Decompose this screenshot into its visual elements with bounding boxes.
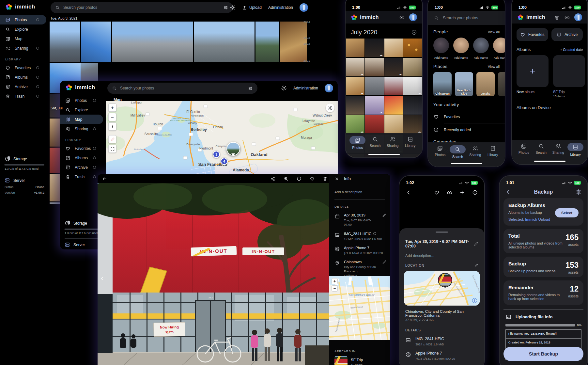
- search-input[interactable]: Search your photos: [107, 83, 257, 94]
- person[interactable]: Add name: [453, 38, 469, 59]
- sidebar-item-trash[interactable]: Trash: [0, 91, 46, 101]
- place-card[interactable]: Omaha: [476, 72, 495, 96]
- map-settings-button[interactable]: [326, 103, 334, 112]
- map-zoom-out-button[interactable]: −: [332, 285, 338, 292]
- nav-photos[interactable]: Photos: [431, 145, 449, 159]
- photo-thumbnail[interactable]: [365, 96, 384, 115]
- settings-gear-icon[interactable]: [576, 189, 581, 195]
- cloud-sync-icon[interactable]: [399, 15, 405, 20]
- favorites-row[interactable]: Favorites: [428, 110, 505, 123]
- cloud-upload-icon[interactable]: [447, 190, 452, 195]
- back-button[interactable]: [102, 176, 107, 181]
- photo-map-marker[interactable]: [438, 273, 452, 287]
- photo-thumbnail[interactable]: [403, 77, 422, 96]
- album-tile[interactable]: SF Trip 15 items: [553, 55, 585, 98]
- person[interactable]: Add name: [493, 38, 505, 59]
- sidebar-item-albums[interactable]: Albums: [0, 72, 46, 82]
- photo-thumbnail[interactable]: [112, 22, 193, 62]
- nav-sharing[interactable]: Sharing: [467, 145, 484, 159]
- photo-thumbnail[interactable]: [50, 22, 80, 62]
- archive-button[interactable]: Archive: [551, 28, 583, 41]
- nav-library[interactable]: Library: [484, 145, 502, 159]
- map-zoom-out-button[interactable]: −: [108, 113, 116, 121]
- photo-thumbnail[interactable]: [384, 58, 403, 76]
- nav-library[interactable]: Library: [567, 143, 584, 156]
- map-zoom-in-button[interactable]: +: [108, 103, 116, 112]
- new-album-tile[interactable]: New album: [517, 55, 549, 98]
- search-filter-icon[interactable]: [223, 5, 228, 10]
- sidebar-item-sharing[interactable]: Sharing: [60, 124, 103, 134]
- trash-icon[interactable]: [323, 176, 328, 181]
- upload-button[interactable]: Upload: [242, 5, 262, 10]
- description-input[interactable]: Add description...: [399, 248, 484, 258]
- info-icon[interactable]: [472, 190, 478, 195]
- sidebar-item-map[interactable]: Map: [0, 34, 46, 43]
- photo-thumbnail[interactable]: [403, 96, 422, 115]
- edit-location-icon[interactable]: [382, 260, 386, 264]
- place-card[interactable]: Chinatown: [433, 72, 452, 96]
- avatar[interactable]: [300, 3, 308, 12]
- nav-sharing[interactable]: Sharing: [384, 136, 402, 150]
- map-zoom-in-button[interactable]: +: [332, 278, 338, 284]
- photo-thumbnail[interactable]: [403, 115, 422, 134]
- edit-date-icon[interactable]: [382, 213, 386, 217]
- search-filter-icon[interactable]: [248, 86, 253, 91]
- photo-thumbnail[interactable]: [365, 58, 384, 76]
- nav-sharing[interactable]: Sharing: [550, 143, 567, 156]
- select-all-icon[interactable]: [411, 29, 417, 35]
- sidebar-item-photos[interactable]: Photos: [0, 15, 46, 24]
- theme-toggle-icon[interactable]: [230, 5, 236, 10]
- start-backup-button[interactable]: Start Backup: [503, 347, 583, 361]
- photo-thumbnail[interactable]: [346, 115, 364, 134]
- recently-added-row[interactable]: Recently added: [428, 123, 505, 136]
- nav-photos[interactable]: Photos: [515, 143, 533, 156]
- sidebar-item-explore[interactable]: Explore: [60, 105, 103, 115]
- share-icon[interactable]: [271, 176, 275, 181]
- description-input[interactable]: Add a description: [329, 190, 390, 194]
- map-attribution-icon[interactable]: i: [472, 298, 477, 303]
- search-input[interactable]: Search your photos: [51, 2, 233, 13]
- map-draw-button[interactable]: [108, 135, 116, 143]
- place-card[interactable]: Near North Side: [455, 72, 473, 96]
- sidebar-item-archive[interactable]: Archive: [60, 163, 103, 172]
- edit-location-icon[interactable]: [474, 263, 478, 268]
- photo-thumbnail[interactable]: [384, 115, 403, 134]
- close-icon[interactable]: [334, 177, 339, 181]
- photo-thumbnail[interactable]: [365, 39, 384, 57]
- photo-viewer[interactable]: IN-N-OUT IN-N-OUT 333 Now Hiring $1875: [98, 183, 329, 365]
- avatar[interactable]: [325, 84, 333, 92]
- home-indicator[interactable]: [534, 161, 565, 162]
- photo-thumbnail[interactable]: [384, 39, 403, 57]
- avatar[interactable]: [409, 13, 417, 21]
- favorite-icon[interactable]: [310, 176, 315, 181]
- photo-thumbnail[interactable]: [365, 115, 384, 134]
- home-indicator[interactable]: [368, 154, 400, 155]
- sidebar-item-archive[interactable]: Archive: [0, 82, 46, 91]
- immich-logo[interactable]: immich: [65, 84, 95, 91]
- map-cluster-marker[interactable]: 3: [213, 151, 220, 158]
- favorites-button[interactable]: Favorites: [517, 28, 548, 41]
- sidebar-item-map[interactable]: Map: [60, 115, 103, 124]
- location-map[interactable]: +− FISHERMAN'S WHARF Beach Street Leaven…: [329, 276, 390, 340]
- file-info-ring[interactable]: [373, 232, 376, 235]
- administration-link[interactable]: Administration: [293, 86, 318, 90]
- sidebar-item-albums[interactable]: Albums: [60, 153, 103, 163]
- favorite-icon[interactable]: [434, 190, 440, 195]
- person[interactable]: Add name: [473, 38, 489, 59]
- back-icon[interactable]: [406, 190, 411, 195]
- people-view-all[interactable]: View all: [488, 30, 500, 34]
- photo-thumbnail[interactable]: [365, 77, 384, 96]
- trash-icon[interactable]: [554, 15, 560, 20]
- theme-toggle-icon[interactable]: [281, 85, 287, 91]
- photo-thumbnail[interactable]: [255, 22, 279, 62]
- administration-link[interactable]: Administration: [268, 5, 293, 10]
- search-input[interactable]: Search your photos: [428, 11, 505, 25]
- back-icon[interactable]: [505, 189, 511, 195]
- zoom-icon[interactable]: [284, 176, 288, 181]
- location-map[interactable]: The Embarcadero San Francisco Ferry i: [404, 271, 480, 306]
- photo-thumbnail[interactable]: [81, 22, 111, 62]
- nav-search[interactable]: Search: [533, 143, 550, 156]
- sidebar-item-trash[interactable]: Trash: [60, 172, 103, 182]
- nav-search[interactable]: Search: [366, 136, 384, 150]
- home-indicator[interactable]: [451, 163, 482, 164]
